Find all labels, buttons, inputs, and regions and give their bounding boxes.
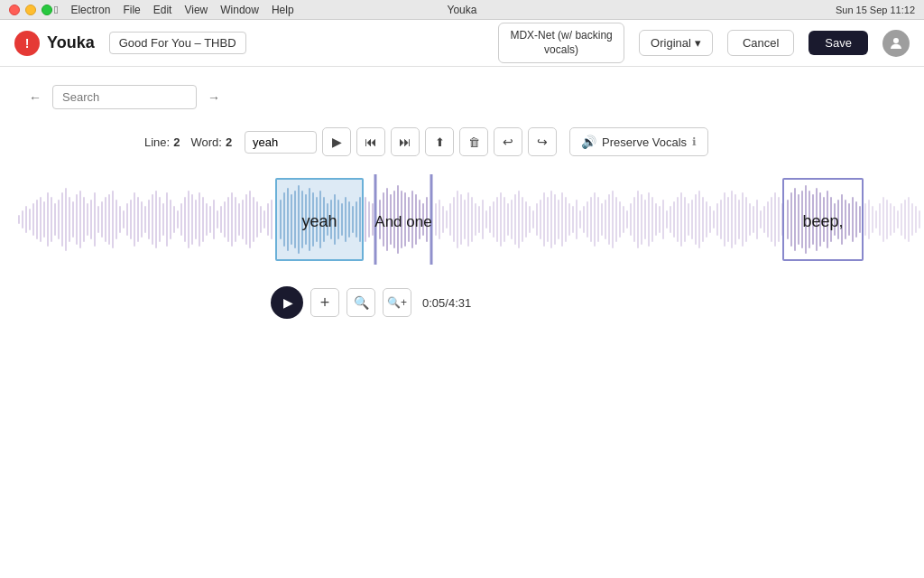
svg-rect-20	[87, 203, 88, 236]
svg-rect-67	[256, 201, 258, 238]
svg-rect-199	[738, 200, 740, 239]
traffic-lights[interactable]	[9, 5, 52, 15]
add-button[interactable]: +	[310, 288, 339, 317]
svg-rect-22	[94, 192, 96, 247]
menu-electron[interactable]: Electron	[70, 4, 110, 16]
undo-button[interactable]: ↩	[494, 127, 522, 156]
save-button[interactable]: Save	[808, 31, 868, 55]
play-icon: ▶	[283, 295, 293, 310]
trash-icon: 🗑	[468, 135, 480, 149]
share-button[interactable]: ⬆	[425, 127, 454, 156]
preserve-vocals-button[interactable]: 🔊 Preserve Vocals ℹ	[569, 127, 708, 156]
svg-rect-210	[778, 197, 780, 242]
nav-back-button[interactable]: ←	[25, 87, 45, 108]
maximize-button[interactable]	[42, 5, 52, 15]
svg-rect-2	[22, 210, 23, 228]
svg-rect-149	[558, 200, 559, 239]
svg-rect-7	[40, 197, 42, 242]
svg-text:And one: And one	[374, 213, 431, 230]
svg-rect-234	[864, 203, 866, 236]
svg-rect-193	[716, 203, 718, 236]
svg-rect-66	[253, 197, 254, 242]
svg-rect-77	[294, 191, 296, 248]
menu-window[interactable]: Window	[220, 4, 259, 16]
svg-rect-91	[345, 197, 346, 242]
delete-button[interactable]: 🗑	[459, 127, 488, 156]
rewind-button[interactable]: ⏮	[356, 127, 385, 156]
svg-rect-190	[706, 201, 707, 238]
close-button[interactable]	[9, 5, 20, 15]
svg-rect-124	[467, 192, 469, 247]
minimize-button[interactable]	[25, 5, 36, 15]
zoom-out-icon: 🔍	[354, 295, 369, 310]
svg-rect-125	[471, 197, 473, 242]
svg-rect-57	[220, 206, 222, 233]
svg-rect-62	[238, 203, 240, 236]
svg-rect-14	[65, 188, 67, 251]
zoom-in-button[interactable]: 🔍+	[383, 288, 411, 317]
svg-rect-28	[116, 200, 117, 239]
svg-rect-10	[51, 197, 52, 242]
svg-rect-38	[152, 194, 153, 245]
word-input[interactable]	[245, 131, 317, 154]
svg-rect-192	[713, 210, 715, 228]
menu-edit[interactable]: Edit	[153, 4, 172, 16]
svg-rect-144	[540, 200, 541, 239]
svg-rect-24	[101, 201, 103, 238]
svg-rect-167	[623, 206, 624, 233]
svg-rect-162	[605, 200, 606, 239]
menu-file[interactable]: File	[123, 4, 140, 16]
svg-rect-147	[550, 191, 552, 248]
svg-rect-120	[453, 197, 455, 242]
svg-rect-23	[97, 206, 99, 233]
svg-rect-78	[298, 185, 300, 254]
svg-rect-165	[615, 197, 617, 242]
cancel-button[interactable]: Cancel	[727, 30, 794, 56]
svg-rect-141	[529, 206, 531, 233]
svg-text:yeah: yeah	[301, 212, 337, 230]
svg-rect-176	[655, 203, 657, 236]
share-icon: ⬆	[435, 135, 445, 149]
svg-rect-127	[478, 206, 480, 233]
line-info: Line: 2 Word: 2	[144, 135, 232, 149]
svg-rect-74	[283, 192, 285, 247]
svg-text:beep,: beep,	[802, 212, 843, 230]
user-avatar[interactable]	[882, 30, 910, 57]
svg-rect-189	[702, 197, 704, 242]
menu-help[interactable]: Help	[272, 4, 294, 16]
menu-view[interactable]: View	[184, 4, 208, 16]
menu-apple[interactable]: 	[54, 4, 58, 16]
search-area: ← →	[0, 67, 924, 118]
svg-rect-163	[608, 194, 610, 245]
fast-forward-icon: ⏭	[399, 135, 411, 149]
original-button[interactable]: Original ▾	[639, 30, 713, 56]
model-selector[interactable]: MDX-Net (w/ backing vocals)	[498, 23, 624, 63]
logo-icon: !	[14, 31, 40, 56]
line-label: Line:	[144, 135, 170, 149]
system-time: Sun 15 Sep 11:12	[836, 5, 915, 15]
svg-rect-37	[148, 200, 150, 239]
svg-rect-187	[695, 194, 697, 245]
svg-rect-200	[742, 192, 744, 247]
nav-forward-button[interactable]: →	[204, 87, 224, 108]
svg-rect-130	[489, 206, 491, 233]
svg-rect-3	[25, 206, 27, 233]
fast-forward-button[interactable]: ⏭	[391, 127, 420, 156]
svg-rect-30	[123, 210, 125, 228]
play-segment-button[interactable]: ▶	[322, 127, 351, 156]
word-label: Word:	[190, 135, 221, 149]
svg-rect-69	[263, 210, 265, 228]
svg-rect-73	[280, 200, 282, 239]
svg-rect-59	[227, 197, 229, 242]
svg-rect-206	[763, 206, 765, 233]
redo-button[interactable]: ↪	[528, 127, 557, 156]
search-input[interactable]	[52, 85, 197, 109]
song-title[interactable]: Good For You – THBD	[109, 32, 246, 54]
main-play-button[interactable]: ▶	[271, 286, 303, 319]
svg-rect-240	[886, 200, 888, 239]
svg-rect-249	[919, 210, 920, 228]
zoom-out-button[interactable]: 🔍	[346, 288, 375, 317]
svg-rect-36	[144, 206, 146, 233]
svg-rect-153	[572, 206, 574, 233]
svg-rect-156	[583, 206, 585, 233]
